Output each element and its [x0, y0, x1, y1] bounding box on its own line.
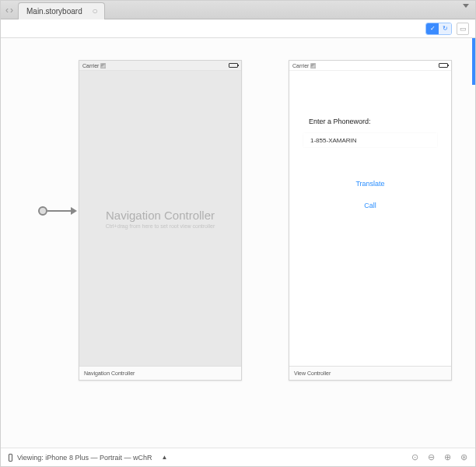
scene-navigation-controller[interactable]: Carrier Navigation Controller Ctrl+drag …	[79, 60, 242, 381]
check-icon: ✓	[426, 23, 439, 34]
panel-toggle-icon[interactable]: ▭	[457, 23, 469, 35]
zoom-controls: ⊙ ⊖ ⊕ ⊛	[411, 452, 467, 462]
phoneword-input-wrap	[303, 133, 437, 147]
nav-arrows: ‹ ›	[5, 5, 13, 16]
battery-icon	[229, 63, 238, 68]
call-button[interactable]: Call	[289, 202, 451, 209]
right-panel-handle[interactable]	[472, 38, 475, 85]
battery-icon	[439, 63, 448, 68]
entry-point-arrow[interactable]	[38, 206, 77, 216]
tab-bar: ‹ › Main.storyboard ○	[1, 1, 475, 19]
carrier-label: Carrier	[82, 63, 106, 68]
nav-controller-title: Navigation Controller	[106, 209, 215, 222]
arrow-head-icon	[71, 207, 77, 215]
close-icon[interactable]: ○	[92, 6, 97, 16]
nav-back-icon[interactable]: ‹	[5, 5, 9, 16]
zoom-reset-icon[interactable]: ⊕	[444, 452, 451, 462]
storyboard-canvas[interactable]: Carrier Navigation Controller Ctrl+drag …	[1, 38, 475, 448]
scene-view-controller[interactable]: Carrier Enter a Phoneword: Translate Cal…	[289, 60, 452, 381]
tab-overflow-icon[interactable]	[463, 4, 469, 8]
tab-label: Main.storyboard	[26, 7, 82, 16]
zoom-fit-icon[interactable]: ⊙	[411, 452, 418, 462]
status-bar-sim: Carrier	[289, 61, 451, 71]
nav-forward-icon[interactable]: ›	[10, 5, 13, 16]
toolbar: ✓ ↻ ▭	[1, 19, 475, 38]
bottom-status-bar: Viewing: iPhone 8 Plus — Portrait — wChR…	[1, 448, 475, 466]
nav-controller-subtitle: Ctrl+drag from here to set root view con…	[106, 223, 215, 229]
entry-circle-icon	[38, 206, 47, 216]
nav-controller-body: Navigation Controller Ctrl+drag from her…	[79, 71, 241, 366]
carrier-label: Carrier	[292, 63, 316, 68]
scene-footer-label: Navigation Controller	[79, 366, 241, 380]
phoneword-label: Enter a Phoneword:	[309, 118, 371, 125]
zoom-in-icon[interactable]: ⊛	[460, 452, 467, 462]
warning-icon[interactable]: ▲	[161, 454, 167, 461]
viewing-label[interactable]: Viewing: iPhone 8 Plus — Portrait — wChR	[17, 454, 152, 462]
tab-main-storyboard[interactable]: Main.storyboard ○	[18, 2, 105, 19]
entry-line	[47, 210, 71, 212]
refresh-icon: ↻	[439, 23, 451, 34]
scene-footer-label: View Controller	[289, 366, 451, 380]
zoom-out-icon[interactable]: ⊖	[428, 452, 435, 462]
sync-badge[interactable]: ✓ ↻	[425, 23, 452, 35]
view-controller-body: Enter a Phoneword: Translate Call	[289, 71, 451, 366]
status-bar-sim: Carrier	[79, 61, 241, 71]
device-icon	[9, 454, 12, 462]
translate-button[interactable]: Translate	[289, 180, 451, 188]
phoneword-input[interactable]	[310, 137, 436, 144]
